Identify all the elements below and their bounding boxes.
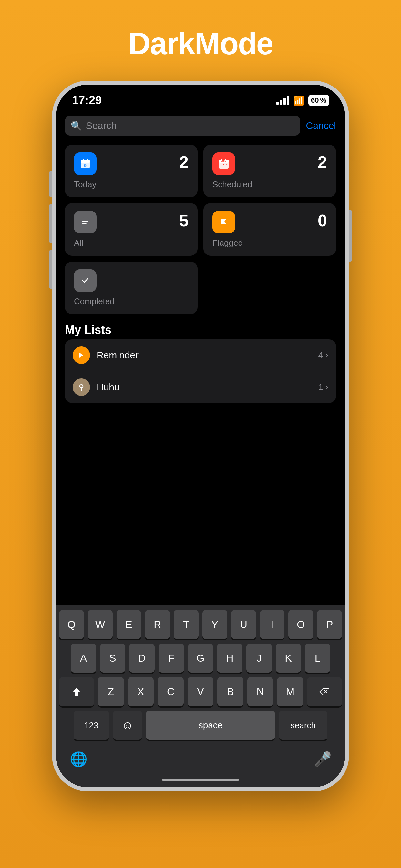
signal-bar-4 bbox=[287, 96, 289, 105]
side-buttons-right bbox=[349, 210, 351, 261]
key-v[interactable]: V bbox=[188, 677, 214, 706]
keyboard-row-2: A S D F G H J K L bbox=[59, 644, 342, 673]
phone-wrapper: 17:29 📶 60 % 🔍 bbox=[52, 81, 349, 791]
volume-down-button bbox=[50, 250, 52, 289]
all-card[interactable]: 5 All bbox=[65, 203, 197, 256]
scheduled-label: Scheduled bbox=[212, 180, 327, 190]
home-indicator bbox=[56, 775, 345, 787]
svg-rect-14 bbox=[82, 221, 89, 221]
key-y[interactable]: Y bbox=[203, 610, 227, 639]
key-c[interactable]: C bbox=[158, 677, 184, 706]
svg-point-18 bbox=[80, 384, 83, 388]
svg-rect-4 bbox=[87, 159, 88, 161]
today-icon: 9 bbox=[74, 152, 96, 175]
search-input[interactable] bbox=[86, 120, 295, 131]
delete-key[interactable] bbox=[307, 677, 342, 706]
svg-rect-15 bbox=[82, 223, 87, 224]
svg-rect-3 bbox=[83, 159, 84, 161]
search-icon: 🔍 bbox=[71, 120, 82, 131]
key-m[interactable]: M bbox=[277, 677, 303, 706]
key-t[interactable]: T bbox=[174, 610, 198, 639]
reminder-meta: 4 › bbox=[318, 350, 328, 361]
signal-bar-2 bbox=[280, 100, 282, 105]
flagged-card[interactable]: 0 Flagged bbox=[204, 203, 336, 256]
signal-bar-1 bbox=[276, 102, 279, 105]
today-count: 2 bbox=[179, 152, 189, 172]
phone-screen: 17:29 📶 60 % 🔍 bbox=[56, 85, 345, 787]
num-key[interactable]: 123 bbox=[73, 711, 109, 740]
key-f[interactable]: F bbox=[158, 644, 184, 673]
key-x[interactable]: X bbox=[128, 677, 154, 706]
keyboard-bottom-row: 🌐 🎤 bbox=[59, 744, 342, 775]
key-j[interactable]: J bbox=[246, 644, 272, 673]
home-bar bbox=[162, 779, 239, 781]
mic-key[interactable]: 🎤 bbox=[311, 748, 334, 771]
key-z[interactable]: Z bbox=[98, 677, 124, 706]
wifi-icon: 📶 bbox=[293, 95, 305, 106]
key-n[interactable]: N bbox=[247, 677, 274, 706]
completed-icon bbox=[74, 269, 96, 292]
scheduled-count: 2 bbox=[318, 152, 327, 172]
lists-container: Reminder 4 › Huhu bbox=[65, 339, 336, 403]
huhu-count: 1 bbox=[318, 382, 323, 392]
all-count: 5 bbox=[179, 211, 189, 230]
keyboard-row-3: Z X C V B N M bbox=[59, 677, 342, 706]
all-label: All bbox=[74, 238, 189, 248]
status-icons: 📶 60 % bbox=[276, 95, 329, 106]
key-p[interactable]: P bbox=[317, 610, 342, 639]
battery-symbol: % bbox=[320, 96, 327, 104]
flagged-count: 0 bbox=[318, 211, 327, 230]
huhu-name: Huhu bbox=[96, 382, 312, 393]
scheduled-icon: ■■■ ▪ ▪ ▪ bbox=[212, 152, 235, 175]
huhu-chevron: › bbox=[326, 383, 328, 392]
app-content: 🔍 Cancel 9 bbox=[56, 111, 345, 787]
search-action-key[interactable]: search bbox=[279, 711, 328, 740]
key-s[interactable]: S bbox=[100, 644, 126, 673]
volume-up-button bbox=[50, 204, 52, 243]
list-item-reminder[interactable]: Reminder 4 › bbox=[65, 339, 336, 371]
space-key[interactable]: space bbox=[146, 711, 275, 740]
shift-key[interactable] bbox=[59, 677, 94, 706]
key-k[interactable]: K bbox=[276, 644, 301, 673]
signal-bar-3 bbox=[283, 98, 286, 105]
mute-button bbox=[50, 171, 52, 197]
key-i[interactable]: I bbox=[260, 610, 285, 639]
key-r[interactable]: R bbox=[145, 610, 170, 639]
keyboard-row-1: Q W E R T Y U I O P bbox=[59, 610, 342, 639]
my-lists-title: My Lists bbox=[56, 318, 345, 339]
reminder-chevron: › bbox=[326, 351, 328, 360]
svg-text:▪: ▪ bbox=[223, 163, 224, 166]
svg-text:9: 9 bbox=[84, 163, 86, 168]
key-l[interactable]: L bbox=[305, 644, 330, 673]
today-card[interactable]: 9 2 Today bbox=[65, 145, 197, 197]
key-g[interactable]: G bbox=[188, 644, 213, 673]
key-e[interactable]: E bbox=[117, 610, 142, 639]
reminder-icon bbox=[73, 346, 90, 364]
svg-rect-11 bbox=[221, 159, 222, 161]
key-d[interactable]: D bbox=[129, 644, 155, 673]
smart-lists-grid: 9 2 Today ■■■ ▪ bbox=[56, 141, 345, 318]
key-o[interactable]: O bbox=[288, 610, 313, 639]
key-h[interactable]: H bbox=[217, 644, 243, 673]
cancel-button[interactable]: Cancel bbox=[306, 120, 336, 131]
completed-card[interactable]: Completed bbox=[65, 261, 197, 314]
key-b[interactable]: B bbox=[217, 677, 243, 706]
reminder-name: Reminder bbox=[96, 350, 312, 361]
search-input-wrap[interactable]: 🔍 bbox=[65, 116, 300, 135]
huhu-meta: 1 › bbox=[318, 382, 328, 392]
svg-rect-12 bbox=[225, 159, 226, 161]
globe-key[interactable]: 🌐 bbox=[67, 748, 90, 771]
key-u[interactable]: U bbox=[231, 610, 256, 639]
list-item-huhu[interactable]: Huhu 1 › bbox=[65, 371, 336, 403]
scheduled-card[interactable]: ■■■ ▪ ▪ ▪ 2 Scheduled bbox=[204, 145, 336, 197]
key-w[interactable]: W bbox=[88, 610, 113, 639]
search-bar-row: 🔍 Cancel bbox=[56, 111, 345, 141]
power-button bbox=[349, 210, 351, 261]
all-icon bbox=[74, 211, 96, 234]
key-a[interactable]: A bbox=[71, 644, 96, 673]
flagged-icon bbox=[212, 211, 235, 234]
flagged-label: Flagged bbox=[212, 238, 327, 248]
emoji-key[interactable]: ☺ bbox=[113, 711, 142, 740]
key-q[interactable]: Q bbox=[59, 610, 84, 639]
signal-bars bbox=[276, 96, 289, 105]
